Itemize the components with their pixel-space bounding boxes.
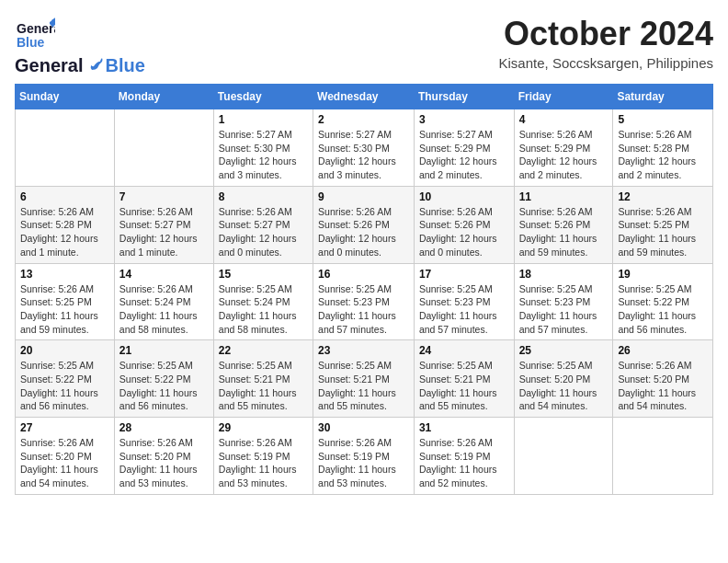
day-cell: 16Sunrise: 5:25 AM Sunset: 5:23 PM Dayli… xyxy=(313,263,415,340)
day-cell: 14Sunrise: 5:26 AM Sunset: 5:24 PM Dayli… xyxy=(114,263,213,340)
day-info: Sunrise: 5:27 AM Sunset: 5:29 PM Dayligh… xyxy=(419,128,509,182)
day-info: Sunrise: 5:26 AM Sunset: 5:27 PM Dayligh… xyxy=(119,205,209,259)
day-info: Sunrise: 5:26 AM Sunset: 5:27 PM Dayligh… xyxy=(219,205,308,259)
day-info: Sunrise: 5:25 AM Sunset: 5:21 PM Dayligh… xyxy=(318,359,409,413)
day-number: 19 xyxy=(618,268,708,281)
day-cell: 21Sunrise: 5:25 AM Sunset: 5:22 PM Dayli… xyxy=(114,340,213,418)
day-info: Sunrise: 5:26 AM Sunset: 5:25 PM Dayligh… xyxy=(20,282,109,337)
day-cell: 13Sunrise: 5:26 AM Sunset: 5:25 PM Dayli… xyxy=(16,263,115,340)
day-cell: 2Sunrise: 5:27 AM Sunset: 5:30 PM Daylig… xyxy=(313,109,415,187)
weekday-header-row: SundayMondayTuesdayWednesdayThursdayFrid… xyxy=(16,85,713,109)
day-number: 15 xyxy=(219,268,308,281)
day-number: 8 xyxy=(219,190,308,203)
day-info: Sunrise: 5:25 AM Sunset: 5:21 PM Dayligh… xyxy=(419,359,509,413)
day-number: 20 xyxy=(20,344,109,357)
day-info: Sunrise: 5:25 AM Sunset: 5:22 PM Dayligh… xyxy=(119,359,209,413)
day-number: 27 xyxy=(20,421,109,434)
day-number: 21 xyxy=(119,344,209,357)
logo-general-text: General xyxy=(15,55,83,76)
day-info: Sunrise: 5:25 AM Sunset: 5:23 PM Dayligh… xyxy=(419,282,509,337)
day-info: Sunrise: 5:25 AM Sunset: 5:22 PM Dayligh… xyxy=(20,359,109,413)
day-info: Sunrise: 5:25 AM Sunset: 5:20 PM Dayligh… xyxy=(519,359,609,413)
day-number: 18 xyxy=(519,268,609,281)
day-cell xyxy=(514,418,613,495)
day-cell: 10Sunrise: 5:26 AM Sunset: 5:26 PM Dayli… xyxy=(414,186,514,263)
day-cell: 28Sunrise: 5:26 AM Sunset: 5:20 PM Dayli… xyxy=(114,418,213,495)
title-section: October 2024 Kisante, Soccsksargen, Phil… xyxy=(499,15,713,71)
day-info: Sunrise: 5:26 AM Sunset: 5:20 PM Dayligh… xyxy=(20,436,109,490)
day-cell: 26Sunrise: 5:26 AM Sunset: 5:20 PM Dayli… xyxy=(613,340,713,418)
weekday-header-monday: Monday xyxy=(114,85,213,109)
day-number: 13 xyxy=(20,268,109,281)
weekday-header-thursday: Thursday xyxy=(414,85,514,109)
logo: General Blue General Blue xyxy=(15,15,145,76)
day-cell: 27Sunrise: 5:26 AM Sunset: 5:20 PM Dayli… xyxy=(16,418,115,495)
day-cell: 11Sunrise: 5:26 AM Sunset: 5:26 PM Dayli… xyxy=(514,186,613,263)
day-cell: 6Sunrise: 5:26 AM Sunset: 5:28 PM Daylig… xyxy=(16,186,115,263)
day-info: Sunrise: 5:26 AM Sunset: 5:20 PM Dayligh… xyxy=(618,359,708,413)
day-cell: 18Sunrise: 5:25 AM Sunset: 5:23 PM Dayli… xyxy=(514,263,613,340)
day-number: 16 xyxy=(318,268,409,281)
day-cell: 4Sunrise: 5:26 AM Sunset: 5:29 PM Daylig… xyxy=(514,109,613,187)
day-number: 5 xyxy=(618,113,708,126)
day-number: 22 xyxy=(219,344,308,357)
day-cell: 31Sunrise: 5:26 AM Sunset: 5:19 PM Dayli… xyxy=(414,418,514,495)
day-info: Sunrise: 5:27 AM Sunset: 5:30 PM Dayligh… xyxy=(219,128,308,182)
day-number: 3 xyxy=(419,113,509,126)
day-cell: 22Sunrise: 5:25 AM Sunset: 5:21 PM Dayli… xyxy=(213,340,313,418)
day-cell: 30Sunrise: 5:26 AM Sunset: 5:19 PM Dayli… xyxy=(313,418,415,495)
day-cell xyxy=(613,418,713,495)
day-number: 31 xyxy=(419,421,509,434)
day-number: 17 xyxy=(419,268,509,281)
day-number: 4 xyxy=(519,113,609,126)
location: Kisante, Soccsksargen, Philippines xyxy=(499,55,713,71)
day-info: Sunrise: 5:27 AM Sunset: 5:30 PM Dayligh… xyxy=(318,128,409,182)
day-info: Sunrise: 5:26 AM Sunset: 5:24 PM Dayligh… xyxy=(119,282,209,337)
logo-blue-text: Blue xyxy=(105,55,144,76)
day-cell: 5Sunrise: 5:26 AM Sunset: 5:28 PM Daylig… xyxy=(613,109,713,187)
day-number: 1 xyxy=(219,113,308,126)
svg-text:General: General xyxy=(17,21,55,36)
week-row-4: 20Sunrise: 5:25 AM Sunset: 5:22 PM Dayli… xyxy=(16,340,713,418)
day-number: 23 xyxy=(318,344,409,357)
day-number: 6 xyxy=(20,190,109,203)
week-row-3: 13Sunrise: 5:26 AM Sunset: 5:25 PM Dayli… xyxy=(16,263,713,340)
weekday-header-wednesday: Wednesday xyxy=(313,85,415,109)
day-number: 12 xyxy=(618,190,708,203)
day-cell: 19Sunrise: 5:25 AM Sunset: 5:22 PM Dayli… xyxy=(613,263,713,340)
day-cell: 29Sunrise: 5:26 AM Sunset: 5:19 PM Dayli… xyxy=(213,418,313,495)
day-info: Sunrise: 5:26 AM Sunset: 5:25 PM Dayligh… xyxy=(618,205,708,259)
day-info: Sunrise: 5:26 AM Sunset: 5:26 PM Dayligh… xyxy=(519,205,609,259)
week-row-5: 27Sunrise: 5:26 AM Sunset: 5:20 PM Dayli… xyxy=(16,418,713,495)
day-number: 9 xyxy=(318,190,409,203)
day-info: Sunrise: 5:26 AM Sunset: 5:19 PM Dayligh… xyxy=(318,436,409,490)
day-cell: 25Sunrise: 5:25 AM Sunset: 5:20 PM Dayli… xyxy=(514,340,613,418)
day-number: 7 xyxy=(119,190,209,203)
weekday-header-saturday: Saturday xyxy=(613,85,713,109)
day-info: Sunrise: 5:26 AM Sunset: 5:29 PM Dayligh… xyxy=(519,128,609,182)
day-number: 11 xyxy=(519,190,609,203)
day-number: 28 xyxy=(119,421,209,434)
day-cell: 12Sunrise: 5:26 AM Sunset: 5:25 PM Dayli… xyxy=(613,186,713,263)
day-info: Sunrise: 5:26 AM Sunset: 5:20 PM Dayligh… xyxy=(119,436,209,490)
day-cell: 7Sunrise: 5:26 AM Sunset: 5:27 PM Daylig… xyxy=(114,186,213,263)
day-number: 14 xyxy=(119,268,209,281)
day-cell: 9Sunrise: 5:26 AM Sunset: 5:26 PM Daylig… xyxy=(313,186,415,263)
day-info: Sunrise: 5:26 AM Sunset: 5:28 PM Dayligh… xyxy=(618,128,708,182)
day-cell: 17Sunrise: 5:25 AM Sunset: 5:23 PM Dayli… xyxy=(414,263,514,340)
day-cell: 23Sunrise: 5:25 AM Sunset: 5:21 PM Dayli… xyxy=(313,340,415,418)
day-info: Sunrise: 5:26 AM Sunset: 5:19 PM Dayligh… xyxy=(419,436,509,490)
day-cell xyxy=(114,109,213,187)
day-number: 30 xyxy=(318,421,409,434)
day-info: Sunrise: 5:26 AM Sunset: 5:28 PM Dayligh… xyxy=(20,205,109,259)
day-number: 24 xyxy=(419,344,509,357)
week-row-2: 6Sunrise: 5:26 AM Sunset: 5:28 PM Daylig… xyxy=(16,186,713,263)
day-number: 25 xyxy=(519,344,609,357)
week-row-1: 1Sunrise: 5:27 AM Sunset: 5:30 PM Daylig… xyxy=(16,109,713,187)
day-info: Sunrise: 5:25 AM Sunset: 5:24 PM Dayligh… xyxy=(219,282,308,337)
day-info: Sunrise: 5:25 AM Sunset: 5:21 PM Dayligh… xyxy=(219,359,308,413)
day-info: Sunrise: 5:26 AM Sunset: 5:26 PM Dayligh… xyxy=(419,205,509,259)
day-cell: 8Sunrise: 5:26 AM Sunset: 5:27 PM Daylig… xyxy=(213,186,313,263)
svg-text:Blue: Blue xyxy=(17,35,45,50)
day-info: Sunrise: 5:25 AM Sunset: 5:23 PM Dayligh… xyxy=(519,282,609,337)
